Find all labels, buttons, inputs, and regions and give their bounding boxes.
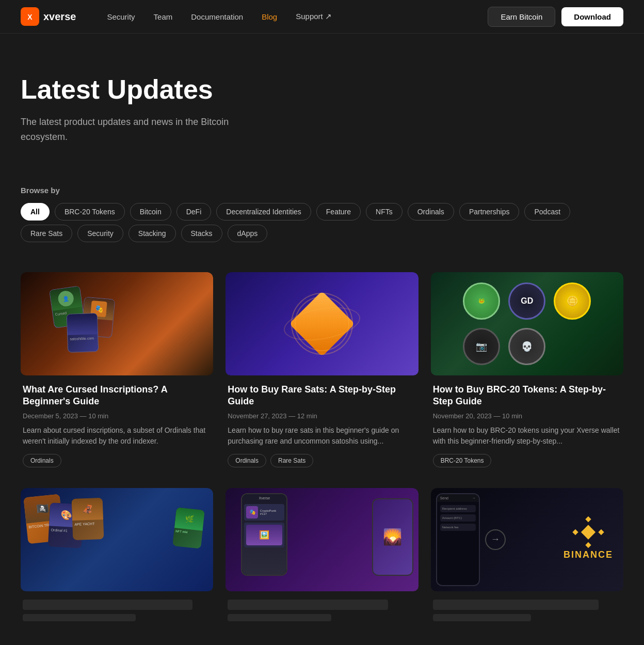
binance-text: BINANCE xyxy=(564,549,613,560)
nav-links: Security Team Documentation Blog Support… xyxy=(107,12,488,21)
download-button[interactable]: Download xyxy=(561,7,623,26)
article-tag-ordinals-2[interactable]: Ordinals xyxy=(228,454,266,467)
token-pepe: 🐸 xyxy=(463,282,500,320)
token-gold: 🪙 xyxy=(554,282,591,320)
earn-bitcoin-button[interactable]: Earn Bitcoin xyxy=(488,7,555,27)
thumb-brc20-bg: 🐸 GD 🪙 📷 💀 xyxy=(431,272,623,375)
svg-text:X: X xyxy=(27,13,33,21)
articles-grid: 👤 Cursed 🎭 Cursed satoshible.com What Ar… xyxy=(0,257,644,645)
article-title-rare-sats: How to Buy Rare Sats: A Step-by-Step Gui… xyxy=(228,384,416,408)
navbar: X xverse Security Team Documentation Blo… xyxy=(0,0,644,34)
browse-label: Browse by xyxy=(21,186,623,195)
tag-brc20[interactable]: BRC-20 Tokens xyxy=(55,203,125,221)
tag-nfts[interactable]: NFTs xyxy=(366,203,403,221)
nav-link-blog[interactable]: Blog xyxy=(262,12,277,21)
article-card-5[interactable]: Xverse 🎭 CryptoPunk #117 🖼️ 🌄 xyxy=(226,488,418,637)
tag-stacks[interactable]: Stacks xyxy=(181,225,222,242)
tag-rare-sats[interactable]: Rare Sats xyxy=(21,225,72,242)
article-title-brc20: How to Buy BRC-20 Tokens: A Step-by-Step… xyxy=(433,384,621,408)
tags-row-2: Rare Sats Security Stacking Stacks dApps xyxy=(21,225,623,242)
article-thumb-binance: Send→ Recipient address Amount (BTC) Net… xyxy=(431,488,623,591)
article-content-cursed: What Are Cursed Inscriptions? A Beginner… xyxy=(21,384,213,476)
token-grid: 🐸 GD 🪙 📷 💀 xyxy=(453,272,601,375)
tag-decentralized-identities[interactable]: Decentralized Identities xyxy=(216,203,311,221)
nft-card-3: satoshible.com xyxy=(67,313,99,353)
article-card-rare-sats[interactable]: How to Buy Rare Sats: A Step-by-Step Gui… xyxy=(226,272,418,476)
tag-all[interactable]: All xyxy=(21,203,50,221)
article-title-cursed: What Are Cursed Inscriptions? A Beginner… xyxy=(23,384,211,408)
tag-ordinals[interactable]: Ordinals xyxy=(408,203,454,221)
tags-row-1: All BRC-20 Tokens Bitcoin DeFi Decentral… xyxy=(21,203,623,221)
nav-link-support[interactable]: Support ↗ xyxy=(296,12,332,21)
article-thumb-5: Xverse 🎭 CryptoPunk #117 🖼️ 🌄 xyxy=(226,488,418,591)
article-excerpt-brc20: Learn how to buy BRC-20 tokens using you… xyxy=(433,425,621,447)
article-card-brc20[interactable]: 🐸 GD 🪙 📷 💀 How to Buy BRC-20 Tokens: A S… xyxy=(431,272,623,476)
tag-podcast[interactable]: Podcast xyxy=(524,203,570,221)
logo-text: xverse xyxy=(43,11,76,23)
hero-section: Latest Updates The latest product update… xyxy=(0,34,644,165)
article-meta-brc20: November 20, 2023 — 10 min xyxy=(433,412,621,420)
nav-link-security[interactable]: Security xyxy=(107,12,135,21)
browse-section: Browse by All BRC-20 Tokens Bitcoin DeFi… xyxy=(0,165,644,257)
article-thumb-rare-sats xyxy=(226,272,418,375)
article-content-brc20: How to Buy BRC-20 Tokens: A Step-by-Step… xyxy=(431,384,623,476)
tag-feature[interactable]: Feature xyxy=(316,203,361,221)
article-excerpt-rare-sats: Learn how to buy rare sats in this begin… xyxy=(228,425,416,447)
token-camera: 📷 xyxy=(463,328,500,365)
article-thumb-cursed: 👤 Cursed 🎭 Cursed satoshible.com xyxy=(21,272,213,375)
article-card-4[interactable]: 🏴‍☠️ BITCOIN TRAIL 🎨 Ordinal #1 🦧 APE YA… xyxy=(21,488,213,637)
tag-dapps[interactable]: dApps xyxy=(228,225,268,242)
article-card-binance[interactable]: Send→ Recipient address Amount (BTC) Net… xyxy=(431,488,623,637)
page-subtitle: The latest product updates and news in t… xyxy=(21,115,237,145)
article-content-rare-sats: How to Buy Rare Sats: A Step-by-Step Gui… xyxy=(226,384,418,476)
tag-bitcoin[interactable]: Bitcoin xyxy=(130,203,171,221)
arrow-icon: → xyxy=(485,529,506,550)
tag-defi[interactable]: DeFi xyxy=(176,203,212,221)
article-content-4 xyxy=(21,600,213,637)
thumb-rare-sats-bg xyxy=(226,272,418,375)
logo[interactable]: X xverse xyxy=(21,7,76,26)
token-skull: 💀 xyxy=(508,328,545,365)
article-tags-cursed: Ordinals xyxy=(23,454,211,467)
article-content-5 xyxy=(226,600,418,637)
article-thumb-brc20: 🐸 GD 🪙 📷 💀 xyxy=(431,272,623,375)
token-gd: GD xyxy=(508,282,545,320)
article-meta-rare-sats: November 27, 2023 — 12 min xyxy=(228,412,416,420)
binance-logo: BINANCE xyxy=(564,519,613,560)
article-card-cursed[interactable]: 👤 Cursed 🎭 Cursed satoshible.com What Ar… xyxy=(21,272,213,476)
nav-actions: Earn Bitcoin Download xyxy=(488,7,623,27)
article-tag-brc20-tokens[interactable]: BRC-20 Tokens xyxy=(433,454,492,467)
page-title: Latest Updates xyxy=(21,75,623,104)
tag-stacking[interactable]: Stacking xyxy=(128,225,176,242)
article-tag-ordinals[interactable]: Ordinals xyxy=(23,454,61,467)
article-tags-brc20: BRC-20 Tokens xyxy=(433,454,621,467)
tag-partnerships[interactable]: Partnerships xyxy=(459,203,520,221)
tag-security[interactable]: Security xyxy=(77,225,123,242)
article-content-binance xyxy=(431,600,623,637)
nav-link-documentation[interactable]: Documentation xyxy=(191,12,243,21)
article-thumb-4: 🏴‍☠️ BITCOIN TRAIL 🎨 Ordinal #1 🦧 APE YA… xyxy=(21,488,213,591)
nav-link-team[interactable]: Team xyxy=(154,12,173,21)
article-meta-cursed: December 5, 2023 — 10 min xyxy=(23,412,211,420)
article-tag-rare-sats[interactable]: Rare Sats xyxy=(270,454,313,467)
article-excerpt-cursed: Learn about cursed inscriptions, a subse… xyxy=(23,425,211,447)
article-tags-rare-sats: Ordinals Rare Sats xyxy=(228,454,416,467)
